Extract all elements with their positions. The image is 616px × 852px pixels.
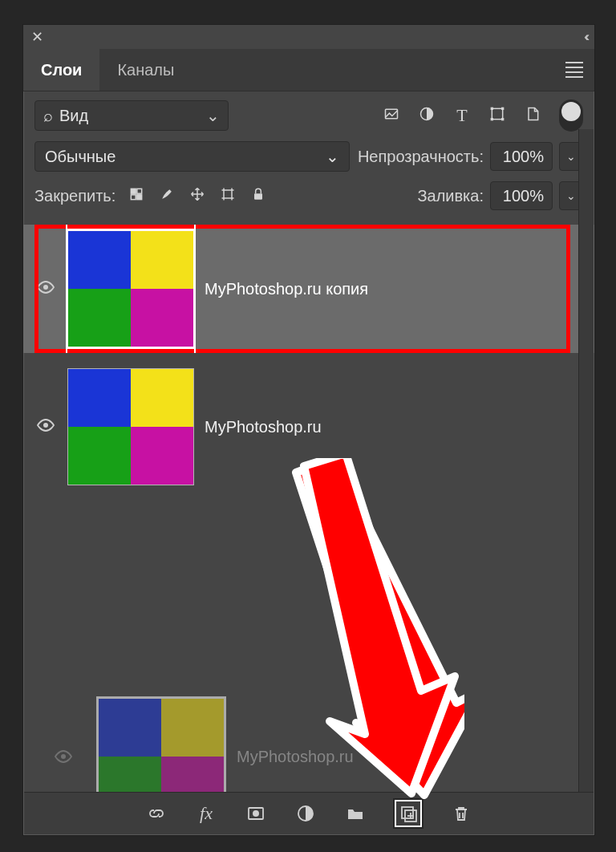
filter-smartobject-icon[interactable] bbox=[524, 106, 541, 126]
svg-rect-7 bbox=[132, 189, 136, 193]
lock-paint-icon[interactable] bbox=[159, 186, 175, 206]
layer-effects-icon[interactable]: fx bbox=[196, 803, 217, 824]
svg-rect-3 bbox=[491, 107, 493, 109]
annotation-arrow bbox=[288, 458, 464, 803]
layers-bottom-toolbar: fx bbox=[24, 792, 594, 834]
visibility-toggle[interactable] bbox=[34, 416, 57, 439]
visibility-toggle bbox=[52, 747, 75, 770]
svg-rect-11 bbox=[224, 190, 232, 198]
adjustment-layer-icon[interactable] bbox=[295, 803, 316, 824]
svg-rect-20 bbox=[254, 193, 262, 200]
filter-adjustment-icon[interactable] bbox=[418, 106, 436, 126]
svg-marker-24 bbox=[296, 458, 464, 795]
link-layers-icon[interactable] bbox=[146, 803, 167, 824]
tab-layers[interactable]: Слои bbox=[23, 49, 99, 91]
layer-list: MyPhotoshop.ru копия MyPhotoshop.ru bbox=[23, 218, 594, 491]
filter-toggle[interactable] bbox=[559, 99, 583, 132]
svg-rect-6 bbox=[501, 118, 504, 120]
svg-rect-4 bbox=[501, 107, 504, 109]
search-kind-label: Вид bbox=[59, 107, 88, 125]
opacity-value[interactable]: 100% bbox=[490, 142, 553, 171]
layer-thumbnail[interactable] bbox=[67, 229, 195, 348]
fill-control: Заливка: 100% ⌄ bbox=[417, 181, 583, 210]
lock-fill-row: Закрепить: Заливка: 100% ⌄ bbox=[23, 180, 594, 218]
fill-value[interactable]: 100% bbox=[490, 181, 553, 210]
layer-name[interactable]: MyPhotoshop.ru копия bbox=[205, 280, 368, 298]
panel-menu-icon[interactable] bbox=[565, 49, 583, 91]
tab-channels[interactable]: Каналы bbox=[99, 49, 192, 91]
layer-row[interactable]: MyPhotoshop.ru копия bbox=[23, 225, 594, 353]
svg-rect-9 bbox=[132, 194, 136, 199]
svg-rect-10 bbox=[137, 194, 142, 199]
close-icon[interactable]: ✕ bbox=[31, 28, 43, 46]
layer-name[interactable]: MyPhotoshop.ru bbox=[205, 418, 322, 436]
svg-point-23 bbox=[61, 754, 66, 759]
new-group-icon[interactable] bbox=[345, 803, 366, 824]
add-mask-icon[interactable] bbox=[245, 803, 266, 824]
delete-layer-icon[interactable] bbox=[451, 803, 472, 824]
blend-opacity-row: Обычные ⌄ Непрозрачность: 100% ⌄ bbox=[23, 140, 594, 180]
lock-position-icon[interactable] bbox=[189, 186, 205, 206]
filter-pixel-icon[interactable] bbox=[383, 106, 400, 126]
filter-icons: T bbox=[383, 99, 583, 132]
collapse-icon[interactable]: ‹‹ bbox=[584, 30, 586, 44]
svg-rect-5 bbox=[491, 118, 493, 120]
lock-pixels-icon[interactable] bbox=[128, 186, 144, 206]
annotation-arrow bbox=[280, 458, 472, 811]
svg-rect-30 bbox=[402, 807, 413, 818]
layer-thumbnail[interactable] bbox=[67, 367, 195, 486]
filter-row: ⌕ Вид ⌄ T bbox=[23, 91, 594, 140]
svg-point-21 bbox=[43, 285, 48, 290]
ghost-layer-name: MyPhotoshop.ru bbox=[237, 748, 354, 766]
svg-point-22 bbox=[43, 423, 48, 428]
layer-search[interactable]: ⌕ Вид ⌄ bbox=[34, 100, 229, 131]
svg-rect-0 bbox=[386, 109, 398, 119]
opacity-label: Непрозрачность: bbox=[358, 148, 484, 166]
panel-titlebar: ✕ ‹‹ bbox=[23, 25, 594, 49]
svg-rect-2 bbox=[492, 108, 502, 119]
blend-mode-select[interactable]: Обычные ⌄ bbox=[34, 141, 350, 172]
lock-all-icon[interactable] bbox=[250, 186, 266, 206]
panel-tabs: Слои Каналы bbox=[23, 49, 594, 91]
opacity-control: Непрозрачность: 100% ⌄ bbox=[358, 142, 583, 171]
visibility-toggle[interactable] bbox=[34, 278, 57, 301]
chevron-down-icon: ⌄ bbox=[206, 106, 220, 125]
layers-panel: ✕ ‹‹ Слои Каналы ⌕ Вид ⌄ T bbox=[22, 24, 595, 836]
filter-shape-icon[interactable] bbox=[488, 106, 506, 126]
svg-rect-8 bbox=[137, 189, 142, 193]
lock-artboard-icon[interactable] bbox=[220, 186, 236, 206]
scrollbar[interactable] bbox=[578, 129, 594, 793]
lock-label: Закрепить: bbox=[34, 187, 116, 205]
blend-mode-value: Обычные bbox=[45, 148, 116, 166]
svg-point-28 bbox=[253, 810, 259, 817]
lock-icons bbox=[128, 186, 266, 206]
fill-label: Заливка: bbox=[417, 187, 484, 205]
layer-row[interactable]: MyPhotoshop.ru bbox=[23, 363, 594, 491]
filter-type-icon[interactable]: T bbox=[453, 105, 471, 126]
new-layer-icon[interactable] bbox=[395, 800, 422, 827]
chevron-down-icon: ⌄ bbox=[326, 147, 339, 166]
search-icon: ⌕ bbox=[43, 107, 53, 125]
